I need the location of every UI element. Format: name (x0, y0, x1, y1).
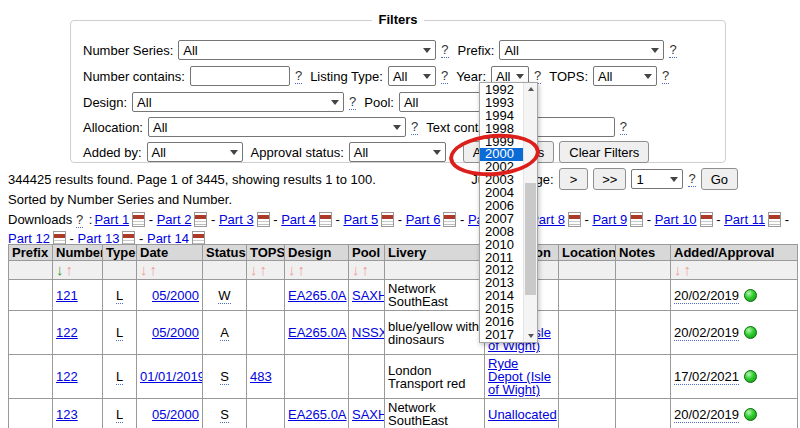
status-tooltip-link[interactable]: W (218, 288, 230, 304)
download-part-link[interactable]: Part 10 (655, 212, 697, 227)
sort-asc-icon[interactable] (150, 263, 158, 277)
added-date-tooltip-link[interactable]: 20/02/2019 (674, 288, 739, 304)
next-page-button[interactable]: > (559, 168, 589, 190)
design-select[interactable]: All (132, 92, 344, 112)
download-part-link[interactable]: Part 2 (157, 212, 192, 227)
col-header-livery[interactable]: Livery (385, 245, 485, 261)
download-part-link[interactable]: Part 1 (94, 212, 129, 227)
listing-type-help-link[interactable]: ? (441, 68, 448, 84)
col-header-status[interactable]: Status (203, 245, 247, 261)
pool-link[interactable]: NSSX (352, 325, 385, 340)
jump-help-link[interactable]: ? (688, 171, 695, 187)
type-tooltip-link[interactable]: L (116, 288, 123, 304)
type-tooltip-link[interactable]: L (116, 369, 123, 385)
download-part-link[interactable]: Part 4 (281, 212, 316, 227)
pdf-file-icon[interactable] (381, 212, 394, 227)
download-part-link[interactable]: Part 3 (219, 212, 254, 227)
dropdown-scrollbar[interactable] (523, 83, 537, 342)
scrollbar-thumb[interactable] (525, 183, 536, 295)
design-help-link[interactable]: ? (349, 94, 356, 110)
added-date-tooltip-link[interactable]: 20/02/2019 (674, 407, 739, 423)
download-part-link[interactable]: Part 9 (592, 212, 627, 227)
sort-desc-icon[interactable] (140, 263, 148, 277)
scroll-up-icon[interactable] (524, 83, 537, 95)
added-date-tooltip-link[interactable]: 20/02/2019 (674, 325, 739, 341)
status-tooltip-link[interactable]: A (220, 325, 229, 341)
col-header-location[interactable]: Location (559, 245, 616, 261)
col-header-added-approval[interactable]: Added/Approval (671, 245, 798, 261)
sort-desc-icon[interactable] (288, 263, 296, 277)
pool-link[interactable]: SAXH (352, 288, 385, 303)
go-button[interactable]: Go (701, 168, 738, 190)
sort-asc-icon[interactable] (298, 263, 306, 277)
design-link[interactable]: EA265.0A (288, 407, 347, 422)
pdf-file-icon[interactable] (443, 212, 456, 227)
text-contains-help-link[interactable]: ? (620, 119, 627, 135)
pool-link[interactable]: SAXH (352, 407, 385, 422)
design-link[interactable]: EA265.0A (288, 288, 347, 303)
col-header-notes[interactable]: Notes (616, 245, 671, 261)
number-contains-input[interactable] (190, 66, 290, 86)
scroll-down-icon[interactable] (524, 330, 537, 342)
type-tooltip-link[interactable]: L (116, 407, 123, 423)
sort-desc-icon[interactable] (352, 263, 360, 277)
prefix-help-link[interactable]: ? (669, 42, 676, 58)
number-series-select[interactable]: All (178, 40, 436, 60)
allocation-link[interactable]: Unallocated (488, 407, 557, 422)
col-header-tops[interactable]: TOPS (247, 245, 285, 261)
added-date-tooltip-link[interactable]: 17/02/2021 (674, 369, 739, 385)
sort-asc-icon[interactable] (684, 263, 692, 277)
col-header-design[interactable]: Design (285, 245, 349, 261)
number-link[interactable]: 122 (56, 325, 78, 340)
added-by-select[interactable]: All (147, 142, 243, 162)
pdf-file-icon[interactable] (768, 212, 781, 227)
download-part-link[interactable]: Part 11 (724, 212, 765, 227)
last-page-button[interactable]: >> (593, 168, 626, 190)
sort-desc-icon[interactable] (250, 263, 258, 277)
date-link[interactable]: 01/01/2019 (140, 369, 203, 384)
allocation-link[interactable]: Ryde Depot (Isle of Wight) (488, 356, 551, 397)
date-link[interactable]: 05/2000 (152, 407, 199, 422)
pdf-file-icon[interactable] (700, 212, 713, 227)
download-part-link[interactable]: Part 6 (406, 212, 441, 227)
status-tooltip-link[interactable]: S (220, 369, 229, 385)
pdf-file-icon[interactable] (568, 212, 581, 227)
allocation-select[interactable]: All (148, 117, 406, 137)
col-header-number[interactable]: Number (53, 245, 103, 261)
pdf-file-icon[interactable] (194, 212, 207, 227)
sort-asc-icon[interactable] (260, 263, 268, 277)
clear-filters-button[interactable]: Clear Filters (559, 141, 649, 163)
sort-asc-icon[interactable] (362, 263, 370, 277)
col-header-date[interactable]: Date (137, 245, 203, 261)
status-tooltip-link[interactable]: S (220, 407, 229, 423)
downloads-help-link[interactable]: ? (76, 212, 83, 228)
approval-status-select[interactable]: All (349, 142, 446, 162)
pdf-file-icon[interactable] (630, 212, 643, 227)
listing-type-select[interactable]: All (388, 66, 436, 86)
type-tooltip-link[interactable]: L (116, 325, 123, 341)
number-contains-help-link[interactable]: ? (295, 68, 302, 84)
number-link[interactable]: 123 (56, 407, 78, 422)
prefix-select[interactable]: All (499, 40, 664, 60)
number-series-help-link[interactable]: ? (441, 42, 448, 58)
col-header-pool[interactable]: Pool (349, 245, 385, 261)
pdf-file-icon[interactable] (257, 212, 270, 227)
page-select[interactable]: 1 (631, 169, 683, 189)
date-link[interactable]: 05/2000 (152, 288, 199, 303)
sort-desc-icon[interactable] (674, 263, 682, 277)
sort-asc-icon[interactable] (66, 263, 74, 277)
tops-select[interactable]: All (593, 66, 657, 86)
number-link[interactable]: 122 (56, 369, 78, 384)
col-header-type[interactable]: Type (103, 245, 137, 261)
allocation-help-link[interactable]: ? (411, 119, 418, 135)
date-link[interactable]: 05/2000 (152, 325, 199, 340)
year-option[interactable]: 2017 (480, 329, 523, 341)
tops-link[interactable]: 483 (250, 369, 272, 384)
pdf-file-icon[interactable] (319, 212, 332, 227)
pdf-file-icon[interactable] (132, 212, 145, 227)
tops-help-link[interactable]: ? (662, 68, 669, 84)
number-link[interactable]: 121 (56, 288, 78, 303)
download-part-link[interactable]: Part 5 (343, 212, 378, 227)
col-header-prefix[interactable]: Prefix (9, 245, 53, 261)
design-link[interactable]: EA265.0A (288, 325, 347, 340)
